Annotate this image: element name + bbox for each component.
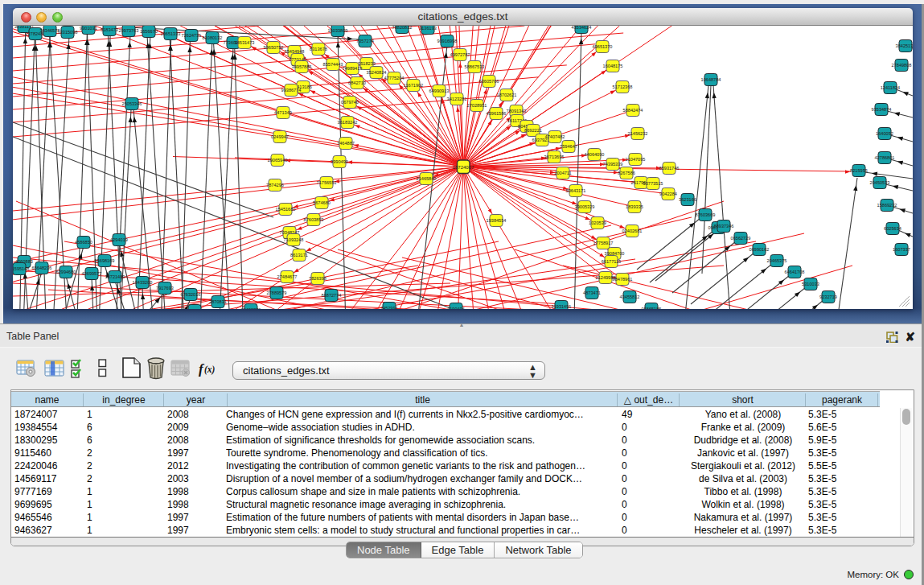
svg-text:47407482: 47407482 <box>545 134 565 139</box>
svg-text:49972787: 49972787 <box>450 52 470 57</box>
svg-text:34957885: 34957885 <box>292 64 312 69</box>
svg-text:85931746: 85931746 <box>659 166 680 171</box>
svg-text:5674680: 5674680 <box>313 200 331 205</box>
svg-text:27484677: 27484677 <box>277 274 298 279</box>
svg-text:10648784: 10648784 <box>701 77 721 82</box>
svg-text:9232719: 9232719 <box>819 295 837 299</box>
svg-text:18724007: 18724007 <box>453 165 474 170</box>
svg-text:74989413: 74989413 <box>343 66 363 71</box>
svg-text:43455812: 43455812 <box>620 295 640 299</box>
svg-text:38425135: 38425135 <box>896 43 913 48</box>
svg-text:6025634: 6025634 <box>884 226 901 231</box>
svg-text:(x): (x) <box>204 365 216 375</box>
svg-text:88937346: 88937346 <box>714 224 734 229</box>
svg-text:42786801: 42786801 <box>875 155 895 160</box>
svg-text:99386774: 99386774 <box>281 88 302 93</box>
svg-text:20450533: 20450533 <box>870 180 890 185</box>
svg-text:34123281: 34123281 <box>447 97 467 101</box>
svg-text:63605766: 63605766 <box>479 79 499 84</box>
svg-text:39005329: 39005329 <box>575 204 595 209</box>
svg-text:45961586: 45961586 <box>487 111 507 116</box>
svg-text:7464887: 7464887 <box>337 141 355 146</box>
svg-text:7826398: 7826398 <box>309 276 326 281</box>
svg-text:87603859: 87603859 <box>304 217 324 222</box>
svg-text:5183473: 5183473 <box>101 27 118 32</box>
svg-text:4471349: 4471349 <box>274 110 292 115</box>
svg-text:27849808: 27849808 <box>892 63 912 68</box>
svg-text:06990162: 06990162 <box>749 247 770 252</box>
svg-text:4190496: 4190496 <box>447 307 465 309</box>
svg-text:02402681: 02402681 <box>622 229 643 233</box>
svg-text:62994680: 62994680 <box>56 270 76 274</box>
svg-text:1607337: 1607337 <box>893 247 910 252</box>
svg-text:15451680: 15451680 <box>276 207 296 212</box>
svg-text:71093248: 71093248 <box>284 237 304 242</box>
svg-text:8313678: 8313678 <box>310 47 327 51</box>
svg-text:78820812: 78820812 <box>392 26 413 30</box>
svg-text:1839335: 1839335 <box>626 204 643 209</box>
svg-text:43534624: 43534624 <box>572 26 592 30</box>
svg-text:36713695: 36713695 <box>544 154 565 159</box>
svg-text:4294019: 4294019 <box>110 237 128 242</box>
svg-text:64990913: 64990913 <box>429 89 450 93</box>
svg-text:05865185: 05865185 <box>642 307 662 309</box>
svg-text:98478961: 98478961 <box>613 277 633 282</box>
svg-text:0842710: 0842710 <box>348 80 366 85</box>
svg-text:47775204: 47775204 <box>384 76 405 80</box>
svg-text:44064090: 44064090 <box>585 152 605 157</box>
svg-text:7594647: 7594647 <box>560 144 577 149</box>
svg-text:9136193: 9136193 <box>419 26 437 31</box>
svg-text:86872774: 86872774 <box>322 293 342 298</box>
svg-text:2870831: 2870831 <box>209 299 227 304</box>
svg-text:74395339: 74395339 <box>603 162 623 167</box>
svg-text:49651370: 49651370 <box>593 44 613 49</box>
svg-text:85574443: 85574443 <box>323 62 343 67</box>
svg-text:99650752: 99650752 <box>264 45 284 50</box>
svg-text:94531473: 94531473 <box>235 40 255 45</box>
svg-text:31931491: 31931491 <box>552 304 572 309</box>
svg-text:17758917: 17758917 <box>593 241 614 245</box>
svg-text:20465375: 20465375 <box>767 258 787 263</box>
svg-text:36183242: 36183242 <box>338 120 358 125</box>
svg-text:90916998: 90916998 <box>437 39 458 43</box>
svg-text:58867533: 58867533 <box>465 64 485 69</box>
svg-text:93534874: 93534874 <box>872 107 892 112</box>
svg-text:15869232: 15869232 <box>877 203 897 208</box>
svg-text:1020539: 1020539 <box>589 220 606 225</box>
svg-text:27028951: 27028951 <box>467 103 487 108</box>
svg-text:7452991: 7452991 <box>380 306 398 309</box>
svg-text:87603669: 87603669 <box>696 212 716 217</box>
svg-text:43699577: 43699577 <box>82 271 102 276</box>
svg-text:9042284: 9042284 <box>659 192 677 196</box>
svg-text:4873471: 4873471 <box>583 290 601 295</box>
svg-text:65648236: 65648236 <box>32 266 52 270</box>
svg-text:0679740: 0679740 <box>341 100 359 105</box>
svg-text:21047095: 21047095 <box>626 157 646 162</box>
svg-text:58842474: 58842474 <box>623 108 643 113</box>
svg-text:72624731: 72624731 <box>182 33 202 38</box>
svg-text:3990490: 3990490 <box>331 159 348 164</box>
svg-text:67632016: 67632016 <box>181 292 201 297</box>
svg-text:71756551: 71756551 <box>317 180 337 185</box>
svg-text:8215955: 8215955 <box>850 168 868 173</box>
svg-text:8267586: 8267586 <box>618 171 635 175</box>
svg-text:6716572: 6716572 <box>186 308 203 309</box>
svg-text:50643171: 50643171 <box>566 188 586 193</box>
svg-text:55698169: 55698169 <box>95 258 115 263</box>
svg-text:8692221: 8692221 <box>524 128 542 133</box>
svg-text:35240824: 35240824 <box>367 70 387 75</box>
svg-text:78091343: 78091343 <box>507 109 527 113</box>
svg-text:7874296: 7874296 <box>266 183 284 187</box>
svg-text:16033809: 16033809 <box>328 28 348 33</box>
svg-text:2004711: 2004711 <box>554 171 571 175</box>
svg-text:25053346: 25053346 <box>122 101 142 106</box>
svg-text:21456232: 21456232 <box>628 131 648 136</box>
svg-text:61595148: 61595148 <box>13 266 29 271</box>
svg-text:7917693: 7917693 <box>156 286 174 290</box>
svg-text:13315098: 13315098 <box>58 30 78 35</box>
svg-text:5310033: 5310033 <box>802 282 819 286</box>
svg-text:18702621: 18702621 <box>497 93 517 97</box>
svg-text:66177115: 66177115 <box>602 259 621 264</box>
svg-text:21465840: 21465840 <box>417 176 437 181</box>
svg-text:16048175: 16048175 <box>603 64 623 68</box>
